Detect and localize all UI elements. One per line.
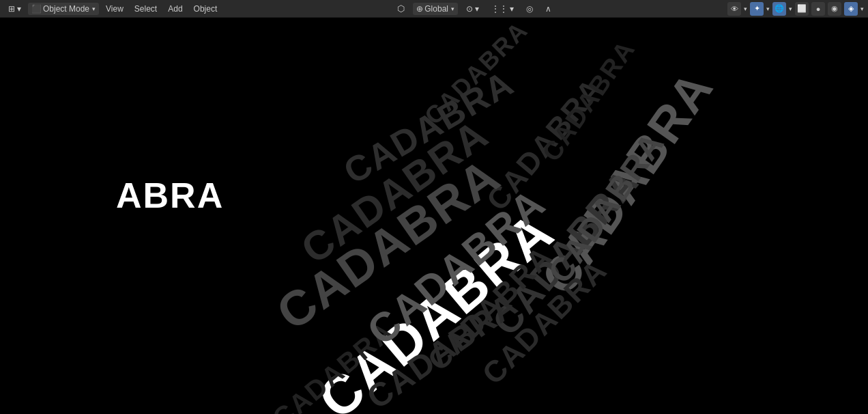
snap-dropdown: ▾	[510, 4, 514, 14]
toolbar-right: 👁 ▾ ✦ ▾ 🌐 ▾ ⬜ ● ◉ ◈ ▾	[727, 2, 864, 16]
add-menu[interactable]: Add	[164, 3, 186, 15]
falloff-type[interactable]: ∧	[541, 3, 555, 15]
object-menu[interactable]: Object	[190, 3, 222, 15]
pivot-icon: ⊙	[466, 4, 473, 14]
solid-icon: ●	[816, 5, 821, 13]
overlay-dropdown[interactable]: ▾	[789, 5, 792, 12]
transform-icon: ⊕	[416, 4, 423, 14]
abra-text: ABRA	[116, 175, 224, 216]
workspace-dropdown-arrow: ▾	[17, 4, 21, 14]
object-mode-dropdown[interactable]: ⬛ Object Mode	[28, 3, 99, 15]
shading-rendered[interactable]: ◈	[844, 2, 858, 16]
falloff-icon: ∧	[545, 4, 551, 14]
view-label: View	[106, 4, 124, 14]
overlay-toggle[interactable]: 🌐	[772, 2, 786, 16]
material-icon: ◉	[831, 4, 838, 13]
proportional-icon: ◎	[526, 4, 533, 14]
shading-dropdown-1[interactable]: ▾	[744, 5, 747, 12]
gizmo-toggle[interactable]: ✦	[750, 2, 764, 16]
xray-toggle[interactable]: ⬜	[795, 2, 809, 16]
transform-orientation[interactable]: ⊕ Global	[413, 3, 458, 15]
proportional-edit[interactable]: ◎	[522, 3, 537, 15]
object-mode-icon: ⬛	[31, 4, 42, 14]
transform-label: Global	[424, 4, 448, 14]
shading-dropdown-2[interactable]: ▾	[860, 5, 864, 12]
overlay-icon: 🌐	[775, 4, 784, 13]
cadabra-scatter: CADABRA CADABRA CADABRA CADABRA CADABRA …	[0, 18, 868, 414]
workspace-icon: ⊞	[8, 4, 15, 14]
render-icon: ◈	[848, 4, 854, 13]
toolbar: ⊞ ▾ ⬛ Object Mode View Select Add Object…	[0, 0, 868, 18]
scene-icon[interactable]: ⬡	[393, 2, 409, 15]
viewport: ABRA CADABRA CADABRA CADABRA CADABRA CAD…	[0, 18, 868, 414]
select-menu[interactable]: Select	[130, 3, 161, 15]
snap-icon: ⋮⋮	[491, 4, 508, 14]
toolbar-center: ⬡ ⊕ Global ⊙ ▾ ⋮⋮ ▾ ◎ ∧	[224, 2, 725, 15]
pivot-dropdown: ▾	[475, 4, 479, 14]
gizmo-icon: ✦	[754, 4, 760, 13]
workspace-switcher[interactable]: ⊞ ▾	[4, 3, 25, 15]
viewport-shading-1[interactable]: 👁	[727, 2, 741, 16]
view-menu[interactable]: View	[102, 3, 128, 15]
shading-material[interactable]: ◉	[828, 2, 841, 16]
object-label: Object	[194, 4, 218, 14]
shading-solid[interactable]: ●	[811, 2, 825, 16]
object-mode-label: Object Mode	[43, 4, 89, 14]
scene-glyph: ⬡	[397, 3, 405, 14]
transform-pivot[interactable]: ⊙ ▾	[462, 3, 483, 15]
xray-icon: ⬜	[797, 4, 807, 13]
gizmo-dropdown[interactable]: ▾	[766, 5, 770, 12]
eye-icon: 👁	[731, 5, 738, 13]
add-label: Add	[168, 4, 182, 14]
select-label: Select	[134, 4, 157, 14]
snap-toggle[interactable]: ⋮⋮ ▾	[487, 3, 518, 15]
